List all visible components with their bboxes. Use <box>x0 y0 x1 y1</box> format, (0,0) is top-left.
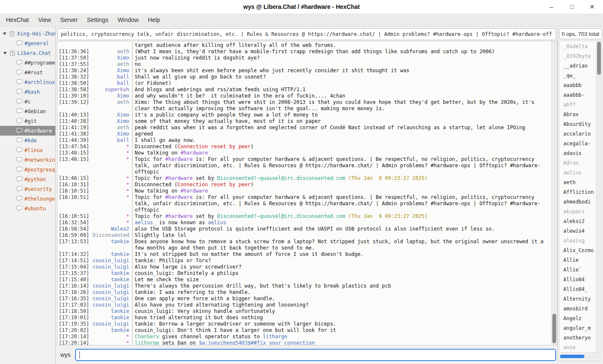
userlist-hscrollbar-thumb[interactable] <box>560 355 584 358</box>
minimize-button[interactable]: – <box>548 0 555 14</box>
userlist-item[interactable]: angular_m <box>560 323 596 333</box>
sidebar-item-general[interactable]: #general <box>0 38 55 48</box>
nick[interactable]: ball <box>92 80 133 87</box>
menu-item-hexchat[interactable]: HexChat <box>1 14 33 25</box>
sidebar-item-c[interactable]: #c <box>0 97 55 106</box>
sidebar-item-rust[interactable]: ##rust <box>0 68 55 77</box>
sidebar-item-python[interactable]: #python <box>0 174 55 184</box>
userlist-item[interactable]: aeth <box>560 178 596 187</box>
nick[interactable]: tankie <box>92 315 133 321</box>
chat-scrollbar-thumb[interactable] <box>552 314 556 343</box>
sidebar-item-git[interactable]: #git <box>0 116 55 126</box>
sidebar-item-bash[interactable]: #bash <box>0 87 55 97</box>
nick[interactable]: tankie <box>92 327 133 334</box>
maximize-button[interactable]: □ <box>568 0 575 14</box>
userlist-item[interactable]: Alternity <box>560 294 596 304</box>
sidebar-item-thelounge[interactable]: #thelounge <box>0 194 55 204</box>
userlist-item[interactable]: akspecs <box>560 207 596 217</box>
userlist-item[interactable]: abff <box>560 100 596 110</box>
menu-item-window[interactable]: Window <box>113 14 143 25</box>
nick[interactable]: Ximo <box>92 68 133 74</box>
userlist-item[interactable]: adavis <box>560 149 596 158</box>
userlist-item[interactable]: Allie` <box>560 265 596 275</box>
userlist-item[interactable]: Adran <box>560 158 596 168</box>
nick[interactable]: aeth <box>92 61 133 68</box>
expander-icon[interactable] <box>2 33 8 35</box>
nick[interactable]: tankie <box>92 277 133 283</box>
nick[interactable]: aeth <box>92 49 133 55</box>
menu-item-help[interactable]: Help <box>143 14 165 25</box>
nick[interactable]: tankie <box>92 270 133 277</box>
userlist-item[interactable]: alexisg <box>560 236 596 246</box>
nick[interactable]: cousin_luigi <box>92 289 133 296</box>
nick[interactable]: Ximo <box>92 131 133 137</box>
nick[interactable]: tankie <box>92 251 133 258</box>
sidebar-item-kde[interactable]: #kde <box>0 136 55 145</box>
close-button[interactable]: ✕ <box>589 0 595 14</box>
channel-tree[interactable]: Xing-Hai-Zhan#generalLibera.Chat##progra… <box>0 27 56 364</box>
userlist-item[interactable]: acegalla- <box>560 139 596 149</box>
userlist-item[interactable]: Abrax <box>560 110 596 120</box>
userlist-scrollbar-thumb[interactable] <box>597 42 601 75</box>
nick[interactable]: Ximo <box>92 118 133 125</box>
menu-item-view[interactable]: View <box>33 14 55 25</box>
userlist-item[interactable]: Absurdity <box>560 120 596 129</box>
nick[interactable]: superkuh <box>92 87 133 93</box>
menu-item-server[interactable]: Server <box>56 14 82 25</box>
userlist-item[interactable]: ante <box>560 343 596 352</box>
userlist-item[interactable]: ahmedbodi <box>560 197 596 207</box>
userlist-item[interactable]: anotheryo <box>560 333 596 343</box>
nick[interactable]: tankie <box>92 308 133 315</box>
nick[interactable]: Ximo <box>92 93 133 99</box>
nick[interactable]: cousin_luigi <box>92 302 133 308</box>
userlist-item[interactable]: Allio84 <box>560 275 596 285</box>
message-input[interactable] <box>75 349 556 361</box>
nick[interactable]: Walex2 <box>92 226 133 232</box>
userlist-item[interactable]: Alix_Cozmo <box>560 246 596 255</box>
userlist-item[interactable]: Allie <box>560 255 596 265</box>
userlist-hscrollbar-track[interactable] <box>559 360 602 362</box>
chat-scrollbar[interactable] <box>551 41 557 345</box>
userlist-item[interactable]: aleksi2 <box>560 217 596 226</box>
chat-area[interactable]: target audience after killing off litera… <box>57 41 557 345</box>
userlist-item[interactable]: aaabbb- <box>560 90 596 100</box>
userlist-item[interactable]: aelius <box>560 168 596 178</box>
sidebar-item-Xing-Hai-Zhan[interactable]: Xing-Hai-Zhan <box>0 29 55 38</box>
expander-icon[interactable] <box>2 52 8 54</box>
sidebar-item-debian[interactable]: #debian <box>0 106 55 116</box>
userlist-item[interactable]: _0xdelta <box>560 42 596 52</box>
nick[interactable]: tankie <box>92 239 133 251</box>
menu-item-settings[interactable]: Settings <box>82 14 113 25</box>
userlist-item[interactable]: Affliction <box>560 187 596 197</box>
sidebar-item-ubuntu[interactable]: #ubuntu <box>0 204 55 213</box>
sidebar-item-security[interactable]: #security <box>0 184 55 194</box>
userlist-item[interactable]: _8192byte <box>560 52 596 61</box>
nick[interactable]: cousin_luigi <box>92 296 133 302</box>
userlist-item[interactable]: __adrian <box>560 61 596 71</box>
sidebar-item-archlinux[interactable]: #archlinux <box>0 77 55 87</box>
nick[interactable]: aeth <box>92 125 133 131</box>
userlist-item[interactable]: accelario <box>560 129 596 139</box>
sidebar-item-networking[interactable]: #networking <box>0 155 55 165</box>
userlist-item[interactable]: aaabbb <box>560 81 596 90</box>
userlist-item[interactable]: alewis4 <box>560 226 596 236</box>
userlist-item[interactable]: Allio84_ <box>560 285 596 294</box>
sidebar-item-linux[interactable]: #linux <box>0 145 55 155</box>
nick[interactable]: aeth <box>92 99 133 112</box>
userlist-scrollbar[interactable] <box>596 41 602 352</box>
topic-input[interactable] <box>57 28 556 40</box>
sidebar-item-Libera.Chat[interactable]: Libera.Chat <box>0 48 55 58</box>
userlist-item[interactable]: _qw_ <box>560 71 596 81</box>
userlist-item[interactable]: Angelz <box>560 314 596 323</box>
sidebar-item-hardware[interactable]: #hardware <box>0 126 55 136</box>
nick[interactable]: Ximo <box>92 55 133 61</box>
nick[interactable]: Ximo <box>92 112 133 118</box>
userlist-item[interactable]: amosbird <box>560 304 596 314</box>
sidebar-item-programming[interactable]: ##programming <box>0 58 55 68</box>
nick[interactable]: cousin_luigi <box>92 283 133 289</box>
nick[interactable]: ball <box>92 137 133 144</box>
nick[interactable]: cousin_luigi <box>92 264 133 270</box>
nick[interactable]: cousin_luigi <box>92 258 133 264</box>
user-list-area[interactable]: _0xdelta_8192byte__adrian_qw_aaabbbaaabb… <box>559 41 602 353</box>
sidebar-item-postgresql[interactable]: #postgresql <box>0 165 55 174</box>
